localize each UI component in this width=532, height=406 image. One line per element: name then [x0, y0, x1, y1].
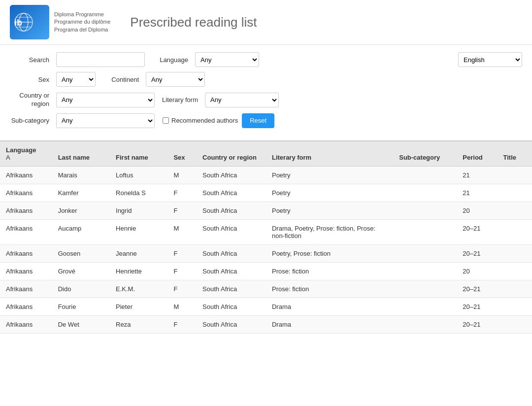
table-header: Language A Last name First name Sex Coun…: [0, 141, 532, 167]
cell-lastname: Aucamp: [52, 219, 110, 244]
filter-row-4: Sub-category Any Recommended authors Res…: [10, 113, 522, 128]
cell-country: South Africa: [197, 298, 266, 315]
logo-line1: Diploma Programme: [54, 11, 110, 18]
cell-language: Afrikaans: [0, 315, 52, 333]
cell-title: [498, 280, 532, 298]
cell-firstname: E.K.M.: [110, 280, 167, 298]
col-header-language[interactable]: Language A: [0, 141, 52, 167]
col-header-litform[interactable]: Literary form: [266, 141, 393, 167]
cell-period: 21: [457, 166, 497, 184]
cell-sex: F: [167, 184, 197, 202]
cell-subcategory: [393, 219, 457, 244]
table-row: AfrikaansGoosenJeanneFSouth AfricaPoetry…: [0, 244, 532, 262]
search-input[interactable]: [56, 52, 145, 67]
cell-firstname: Jeanne: [110, 244, 167, 262]
cell-title: [498, 262, 532, 280]
recommended-checkbox[interactable]: [163, 117, 169, 124]
cell-country: South Africa: [197, 184, 266, 202]
cell-firstname: Henriette: [110, 262, 167, 280]
sex-select[interactable]: Any: [56, 72, 96, 87]
language-select[interactable]: Any: [195, 52, 259, 67]
continent-label: Continent: [100, 76, 139, 83]
page-title: Prescribed reading list: [130, 15, 257, 30]
cell-lastname: Dido: [52, 280, 110, 298]
cell-litform: Poetry: [266, 184, 393, 202]
cell-sex: M: [167, 219, 197, 244]
cell-sex: F: [167, 315, 197, 333]
table-row: AfrikaansFouriePieterMSouth AfricaDrama2…: [0, 298, 532, 315]
col-sort-a: A: [6, 154, 10, 161]
cell-subcategory: [393, 262, 457, 280]
cell-litform: Drama: [266, 315, 393, 333]
filter-row-1: Search Language Any English: [10, 52, 522, 67]
filter-area: Search Language Any English Sex Any Cont…: [0, 45, 532, 141]
cell-title: [498, 166, 532, 184]
logo-line2: Programme du diplôme: [54, 18, 110, 26]
cell-country: South Africa: [197, 219, 266, 244]
recommended-authors-label[interactable]: Recommended authors: [163, 117, 238, 124]
recommended-text: Recommended authors: [171, 117, 238, 124]
table-container: Language A Last name First name Sex Coun…: [0, 141, 532, 334]
cell-language: Afrikaans: [0, 219, 52, 244]
cell-title: [498, 184, 532, 202]
cell-sex: F: [167, 280, 197, 298]
col-header-lastname[interactable]: Last name: [52, 141, 110, 167]
cell-subcategory: [393, 184, 457, 202]
cell-country: South Africa: [197, 262, 266, 280]
cell-sex: F: [167, 244, 197, 262]
header: ib Diploma Programme Programme du diplôm…: [0, 0, 532, 45]
cell-title: [498, 315, 532, 333]
cell-country: South Africa: [197, 315, 266, 333]
col-header-subcategory[interactable]: Sub-category: [393, 141, 457, 167]
search-label: Search: [10, 56, 49, 64]
litform-select[interactable]: Any: [205, 93, 279, 107]
cell-lastname: Goosen: [52, 244, 110, 262]
country-label: Country orregion: [10, 92, 49, 108]
cell-language: Afrikaans: [0, 244, 52, 262]
cell-subcategory: [393, 280, 457, 298]
col-header-country[interactable]: Country or region: [197, 141, 266, 167]
cell-language: Afrikaans: [0, 166, 52, 184]
table-row: AfrikaansAucampHennieMSouth AfricaDrama,…: [0, 219, 532, 244]
subcategory-label: Sub-category: [10, 117, 49, 124]
cell-sex: F: [167, 262, 197, 280]
cell-lastname: Marais: [52, 166, 110, 184]
cell-firstname: Reza: [110, 315, 167, 333]
country-select[interactable]: Any: [56, 93, 155, 107]
cell-period: 20–21: [457, 219, 497, 244]
cell-litform: Prose: fiction: [266, 262, 393, 280]
continent-select[interactable]: Any: [146, 72, 205, 87]
cell-subcategory: [393, 298, 457, 315]
cell-period: 20–21: [457, 298, 497, 315]
logo-area: ib Diploma Programme Programme du diplôm…: [10, 5, 110, 39]
cell-litform: Poetry: [266, 202, 393, 219]
cell-lastname: De Wet: [52, 315, 110, 333]
subcategory-select[interactable]: Any: [56, 113, 155, 128]
svg-text:ib: ib: [14, 18, 22, 28]
results-table: Language A Last name First name Sex Coun…: [0, 141, 532, 334]
cell-country: South Africa: [197, 166, 266, 184]
cell-sex: M: [167, 298, 197, 315]
ib-logo-svg: ib: [10, 5, 49, 39]
cell-language: Afrikaans: [0, 184, 52, 202]
cell-subcategory: [393, 166, 457, 184]
col-header-period[interactable]: Period: [457, 141, 497, 167]
table-row: AfrikaansJonkerIngridFSouth AfricaPoetry…: [0, 202, 532, 219]
col-header-title[interactable]: Title: [498, 141, 532, 167]
cell-period: 20: [457, 202, 497, 219]
language-label: Language: [149, 56, 188, 64]
col-header-sex[interactable]: Sex: [167, 141, 197, 167]
filter-row-2: Sex Any Continent Any: [10, 72, 522, 87]
cell-firstname: Ingrid: [110, 202, 167, 219]
cell-firstname: Pieter: [110, 298, 167, 315]
cell-subcategory: [393, 202, 457, 219]
table-body: AfrikaansMaraisLoftusMSouth AfricaPoetry…: [0, 166, 532, 333]
table-row: AfrikaansGrovéHenrietteFSouth AfricaPros…: [0, 262, 532, 280]
cell-language: Afrikaans: [0, 202, 52, 219]
cell-lastname: Fourie: [52, 298, 110, 315]
reset-button[interactable]: Reset: [242, 113, 274, 128]
cell-sex: M: [167, 166, 197, 184]
col-header-firstname[interactable]: First name: [110, 141, 167, 167]
interface-language-select[interactable]: English: [458, 52, 522, 67]
table-row: AfrikaansDe WetRezaFSouth AfricaDrama20–…: [0, 315, 532, 333]
